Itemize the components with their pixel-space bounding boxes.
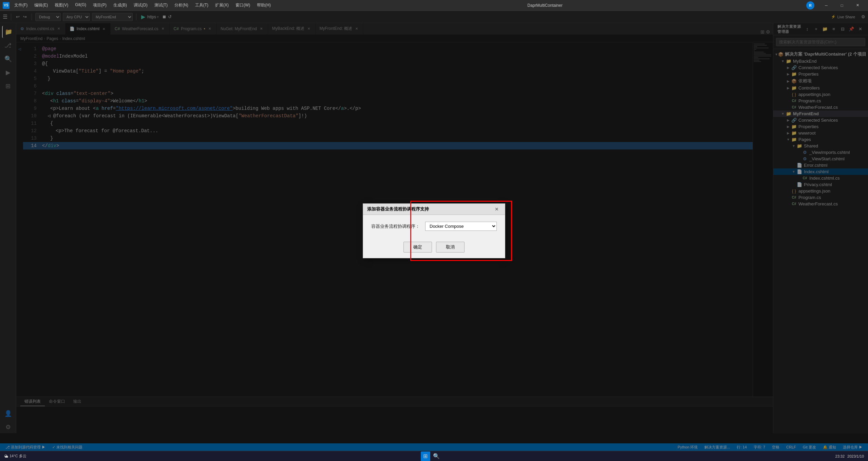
modal-close-button[interactable]: ✕	[493, 206, 501, 213]
date: 2023/1/10	[847, 454, 864, 458]
menu-test[interactable]: 测试(T)	[151, 1, 171, 9]
menu-tools[interactable]: 工具(T)	[192, 1, 212, 9]
app-icon: VS	[3, 2, 10, 9]
taskbar: 🌥 14°C 多云 ⊞ 🔍 23:32 2023/1/10	[0, 451, 868, 461]
weather-widget: 🌥 14°C 多云	[4, 454, 26, 459]
start-button[interactable]: ⊞	[421, 452, 430, 461]
menu-window[interactable]: 窗口(W)	[232, 1, 253, 9]
search-button[interactable]: 🔍	[432, 452, 441, 461]
taskbar-right: 23:32 2023/1/10	[835, 454, 864, 458]
modal-confirm-button[interactable]: 确定	[403, 242, 432, 253]
menu-file[interactable]: 文件(F)	[11, 1, 31, 9]
modal-container: 添加容器业务流程协调程序支持 ✕ 容器业务流程协调程序： Docker Comp…	[363, 203, 505, 258]
menu-bar: 文件(F) 编辑(E) 视图(V) Git(G) 项目(P) 生成(B) 调试(…	[11, 1, 274, 9]
menu-build[interactable]: 生成(B)	[110, 1, 130, 9]
menu-view[interactable]: 视图(V)	[51, 1, 72, 9]
modal-field-row: 容器业务流程协调程序： Docker Compose Kubernetes/He…	[371, 222, 497, 231]
taskbar-apps: ⊞ 🔍	[421, 452, 441, 461]
window-title: DaprMultiContainer	[456, 3, 635, 8]
title-bar: VS 文件(F) 编辑(E) 视图(V) Git(G) 项目(P) 生成(B) …	[0, 0, 868, 11]
maximize-button[interactable]: □	[834, 0, 850, 11]
menu-edit[interactable]: 编辑(E)	[31, 1, 51, 9]
menu-analyze[interactable]: 分析(N)	[171, 1, 192, 9]
user-avatar[interactable]: R	[806, 1, 814, 9]
menu-help[interactable]: 帮助(H)	[253, 1, 274, 9]
clock: 23:32	[835, 454, 845, 458]
modal-orchestrator-select[interactable]: Docker Compose Kubernetes/Helm	[425, 222, 497, 231]
weather-icon: 🌥	[4, 454, 8, 459]
taskbar-center: ⊞ 🔍	[31, 452, 831, 461]
menu-project[interactable]: 项目(P)	[90, 1, 110, 9]
modal-overlay: 添加容器业务流程协调程序支持 ✕ 容器业务流程协调程序： Docker Comp…	[0, 11, 868, 451]
close-button[interactable]: ✕	[850, 0, 865, 11]
modal-title-text: 添加容器业务流程协调程序支持	[367, 206, 429, 212]
modal-field-label: 容器业务流程协调程序：	[371, 223, 420, 229]
menu-extensions[interactable]: 扩展(X)	[212, 1, 232, 9]
modal-body: 容器业务流程协调程序： Docker Compose Kubernetes/He…	[363, 215, 505, 238]
window-controls: ─ □ ✕	[818, 0, 865, 11]
menu-git[interactable]: Git(G)	[72, 1, 90, 9]
weather-label: 14°C 多云	[10, 454, 26, 459]
minimize-button[interactable]: ─	[818, 0, 834, 11]
menu-debug[interactable]: 调试(D)	[130, 1, 151, 9]
modal-cancel-button[interactable]: 取消	[436, 242, 465, 253]
modal-title-bar: 添加容器业务流程协调程序支持 ✕	[363, 204, 505, 215]
modal-dialog: 添加容器业务流程协调程序支持 ✕ 容器业务流程协调程序： Docker Comp…	[363, 203, 505, 258]
modal-footer: 确定 取消	[363, 238, 505, 258]
